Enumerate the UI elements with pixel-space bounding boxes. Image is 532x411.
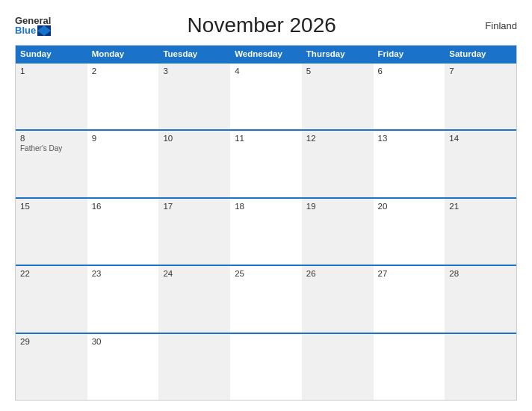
day-number: 16 [92,202,155,211]
day-number: 1 [20,67,83,75]
cal-cell: 21 [445,199,516,265]
cal-cell: 22 [16,266,87,332]
day-number: 17 [163,202,226,211]
cal-cell: 20 [374,199,445,265]
col-header-friday: Friday [374,46,445,62]
day-number: 20 [378,202,441,211]
cal-cell [230,334,302,400]
cal-cell [374,334,445,400]
cal-cell: 30 [87,334,159,400]
calendar-body: 12345678Father's Day91011121314151617181… [16,62,516,400]
week-row-1: 1234567 [16,62,516,129]
day-number: 29 [20,337,83,346]
day-number: 15 [20,202,83,211]
day-number: 7 [449,67,512,75]
calendar-page: General Blue November 2026 Finland Sunda… [0,0,532,411]
country-label: Finland [472,20,517,31]
day-number: 6 [378,67,441,75]
day-number: 19 [306,202,369,211]
logo-blue-text: Blue [15,25,36,35]
calendar-header-row: SundayMondayTuesdayWednesdayThursdayFrid… [16,46,516,62]
day-number: 14 [449,134,512,143]
week-row-2: 8Father's Day91011121314 [16,129,516,197]
col-header-sunday: Sunday [16,46,87,62]
day-number: 10 [163,134,226,143]
day-number: 27 [378,269,441,278]
logo: General Blue [15,16,51,36]
day-number: 21 [449,202,512,211]
event-label: Father's Day [20,144,83,152]
cal-cell: 11 [230,131,302,197]
cal-cell [158,334,230,400]
day-number: 2 [92,67,155,75]
day-number: 26 [306,269,369,278]
page-header: General Blue November 2026 Finland [15,13,517,37]
day-number: 18 [235,202,297,211]
cal-cell: 4 [230,64,302,129]
day-number: 4 [235,67,297,75]
cal-cell: 24 [158,266,230,332]
cal-cell [445,334,516,400]
logo-flag-icon [37,25,51,36]
cal-cell: 2 [87,64,159,129]
col-header-monday: Monday [87,46,159,62]
day-number: 9 [92,134,155,143]
calendar-grid: SundayMondayTuesdayWednesdayThursdayFrid… [15,45,517,401]
day-number: 22 [20,269,83,278]
cal-cell: 28 [445,266,516,332]
cal-cell: 29 [16,334,87,400]
week-row-5: 2930 [16,333,516,400]
cal-cell: 8Father's Day [16,131,87,197]
day-number: 12 [306,134,369,143]
cal-cell: 13 [374,131,445,197]
cal-cell: 1 [16,64,87,129]
col-header-wednesday: Wednesday [230,46,302,62]
cal-cell: 3 [158,64,230,129]
week-row-3: 15161718192021 [16,197,516,265]
day-number: 30 [92,337,155,346]
week-row-4: 22232425262728 [16,265,516,332]
cal-cell: 9 [87,131,159,197]
col-header-saturday: Saturday [445,46,516,62]
logo-blue-row: Blue [15,25,51,36]
cal-cell: 26 [302,266,374,332]
col-header-tuesday: Tuesday [158,46,230,62]
day-number: 28 [449,269,512,278]
day-number: 13 [378,134,441,143]
cal-cell: 19 [302,199,374,265]
day-number: 23 [92,269,155,278]
cal-cell: 25 [230,266,302,332]
cal-cell: 14 [445,131,516,197]
logo-general-text: General [15,16,51,25]
cal-cell: 15 [16,199,87,265]
cal-cell: 5 [302,64,374,129]
cal-cell: 27 [374,266,445,332]
cal-cell: 18 [230,199,302,265]
cal-cell: 10 [158,131,230,197]
cal-cell: 12 [302,131,374,197]
cal-cell: 6 [374,64,445,129]
cal-cell: 16 [87,199,159,265]
cal-cell: 7 [445,64,516,129]
day-number: 8 [20,134,83,143]
day-number: 24 [163,269,226,278]
cal-cell: 17 [158,199,230,265]
page-title: November 2026 [51,13,472,37]
cal-cell [302,334,374,400]
day-number: 3 [163,67,226,75]
cal-cell: 23 [87,266,159,332]
day-number: 11 [235,134,297,143]
col-header-thursday: Thursday [302,46,374,62]
day-number: 5 [306,67,369,75]
day-number: 25 [235,269,297,278]
